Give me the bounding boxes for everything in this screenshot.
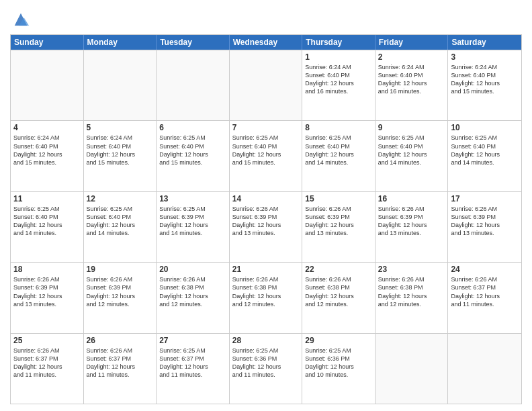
calendar-header-cell: Thursday [302, 35, 375, 50]
day-info: Sunrise: 6:25 AM Sunset: 6:40 PM Dayligh… [13, 205, 81, 238]
day-info: Sunrise: 6:26 AM Sunset: 6:39 PM Dayligh… [232, 205, 300, 238]
day-number: 26 [87, 336, 154, 345]
calendar-week-row: 11Sunrise: 6:25 AM Sunset: 6:40 PM Dayli… [11, 191, 521, 262]
day-number: 27 [159, 336, 226, 345]
calendar-cell-empty [157, 50, 230, 120]
calendar-header-cell: Tuesday [157, 35, 230, 50]
day-info: Sunrise: 6:25 AM Sunset: 6:40 PM Dayligh… [305, 134, 372, 167]
calendar-header-cell: Sunday [11, 35, 84, 50]
day-number: 7 [232, 123, 300, 132]
day-info: Sunrise: 6:26 AM Sunset: 6:39 PM Dayligh… [378, 205, 445, 238]
day-number: 18 [13, 265, 81, 274]
day-info: Sunrise: 6:26 AM Sunset: 6:39 PM Dayligh… [305, 205, 372, 238]
day-info: Sunrise: 6:26 AM Sunset: 6:38 PM Dayligh… [378, 275, 445, 308]
calendar-week-row: 4Sunrise: 6:24 AM Sunset: 6:40 PM Daylig… [11, 120, 521, 191]
day-number: 29 [305, 336, 372, 345]
calendar-week-row: 1Sunrise: 6:24 AM Sunset: 6:40 PM Daylig… [11, 50, 521, 120]
calendar-header-cell: Saturday [448, 35, 521, 50]
day-info: Sunrise: 6:26 AM Sunset: 6:39 PM Dayligh… [13, 275, 81, 308]
calendar-week-row: 18Sunrise: 6:26 AM Sunset: 6:39 PM Dayli… [11, 262, 521, 332]
calendar-cell-empty [448, 334, 521, 404]
day-number: 2 [378, 52, 445, 62]
day-number: 1 [305, 52, 372, 62]
calendar-cell: 5Sunrise: 6:24 AM Sunset: 6:40 PM Daylig… [84, 121, 157, 191]
calendar-cell: 14Sunrise: 6:26 AM Sunset: 6:39 PM Dayli… [230, 192, 303, 262]
day-info: Sunrise: 6:26 AM Sunset: 6:39 PM Dayligh… [87, 275, 154, 308]
calendar-cell: 17Sunrise: 6:26 AM Sunset: 6:39 PM Dayli… [448, 192, 521, 262]
day-number: 6 [159, 123, 226, 132]
calendar-cell: 10Sunrise: 6:25 AM Sunset: 6:40 PM Dayli… [448, 121, 521, 191]
day-info: Sunrise: 6:24 AM Sunset: 6:40 PM Dayligh… [378, 63, 445, 96]
day-number: 3 [451, 52, 519, 62]
calendar-cell: 20Sunrise: 6:26 AM Sunset: 6:38 PM Dayli… [157, 263, 230, 332]
calendar-cell: 15Sunrise: 6:26 AM Sunset: 6:39 PM Dayli… [302, 192, 375, 262]
day-number: 10 [451, 123, 519, 132]
day-info: Sunrise: 6:24 AM Sunset: 6:40 PM Dayligh… [87, 134, 154, 167]
calendar-week-row: 25Sunrise: 6:26 AM Sunset: 6:37 PM Dayli… [11, 333, 521, 404]
day-info: Sunrise: 6:25 AM Sunset: 6:40 PM Dayligh… [451, 134, 519, 167]
day-info: Sunrise: 6:25 AM Sunset: 6:37 PM Dayligh… [159, 347, 226, 379]
day-number: 8 [305, 123, 372, 132]
calendar-body: 1Sunrise: 6:24 AM Sunset: 6:40 PM Daylig… [11, 50, 521, 404]
day-info: Sunrise: 6:26 AM Sunset: 6:38 PM Dayligh… [159, 275, 226, 308]
day-info: Sunrise: 6:24 AM Sunset: 6:40 PM Dayligh… [451, 63, 519, 96]
day-number: 11 [13, 194, 81, 203]
day-info: Sunrise: 6:25 AM Sunset: 6:39 PM Dayligh… [159, 205, 226, 238]
day-number: 4 [13, 123, 81, 132]
day-info: Sunrise: 6:25 AM Sunset: 6:40 PM Dayligh… [87, 205, 154, 238]
calendar-cell: 9Sunrise: 6:25 AM Sunset: 6:40 PM Daylig… [375, 121, 449, 191]
calendar-cell-empty [11, 50, 84, 120]
calendar-cell-empty [84, 50, 157, 120]
day-number: 15 [305, 194, 372, 203]
day-info: Sunrise: 6:26 AM Sunset: 6:38 PM Dayligh… [305, 275, 372, 308]
logo-icon [11, 10, 30, 29]
day-info: Sunrise: 6:26 AM Sunset: 6:37 PM Dayligh… [87, 347, 154, 379]
calendar-cell-empty [230, 50, 303, 120]
calendar-header-row: SundayMondayTuesdayWednesdayThursdayFrid… [11, 35, 521, 50]
header [10, 10, 522, 29]
calendar-cell: 12Sunrise: 6:25 AM Sunset: 6:40 PM Dayli… [84, 192, 157, 262]
calendar: SundayMondayTuesdayWednesdayThursdayFrid… [10, 34, 522, 404]
day-number: 24 [451, 265, 519, 274]
day-info: Sunrise: 6:26 AM Sunset: 6:37 PM Dayligh… [451, 275, 519, 308]
day-info: Sunrise: 6:25 AM Sunset: 6:36 PM Dayligh… [305, 347, 372, 379]
day-number: 14 [232, 194, 300, 203]
day-number: 23 [378, 265, 445, 274]
day-info: Sunrise: 6:24 AM Sunset: 6:40 PM Dayligh… [13, 134, 81, 167]
calendar-header-cell: Friday [375, 35, 449, 50]
calendar-cell: 11Sunrise: 6:25 AM Sunset: 6:40 PM Dayli… [11, 192, 84, 262]
calendar-cell: 29Sunrise: 6:25 AM Sunset: 6:36 PM Dayli… [302, 334, 375, 404]
calendar-cell: 19Sunrise: 6:26 AM Sunset: 6:39 PM Dayli… [84, 263, 157, 332]
calendar-cell: 16Sunrise: 6:26 AM Sunset: 6:39 PM Dayli… [375, 192, 449, 262]
day-number: 20 [159, 265, 226, 274]
day-number: 19 [87, 265, 154, 274]
day-info: Sunrise: 6:25 AM Sunset: 6:40 PM Dayligh… [378, 134, 445, 167]
calendar-header-cell: Monday [84, 35, 157, 50]
calendar-cell: 4Sunrise: 6:24 AM Sunset: 6:40 PM Daylig… [11, 121, 84, 191]
calendar-cell: 21Sunrise: 6:26 AM Sunset: 6:38 PM Dayli… [230, 263, 303, 332]
day-info: Sunrise: 6:25 AM Sunset: 6:40 PM Dayligh… [159, 134, 226, 167]
day-number: 25 [13, 336, 81, 345]
calendar-cell: 18Sunrise: 6:26 AM Sunset: 6:39 PM Dayli… [11, 263, 84, 332]
day-info: Sunrise: 6:26 AM Sunset: 6:37 PM Dayligh… [13, 347, 81, 379]
calendar-cell: 25Sunrise: 6:26 AM Sunset: 6:37 PM Dayli… [11, 334, 84, 404]
calendar-cell: 22Sunrise: 6:26 AM Sunset: 6:38 PM Dayli… [302, 263, 375, 332]
calendar-cell: 6Sunrise: 6:25 AM Sunset: 6:40 PM Daylig… [157, 121, 230, 191]
calendar-cell: 2Sunrise: 6:24 AM Sunset: 6:40 PM Daylig… [375, 50, 449, 120]
day-number: 28 [232, 336, 300, 345]
day-info: Sunrise: 6:25 AM Sunset: 6:36 PM Dayligh… [232, 347, 300, 379]
page: SundayMondayTuesdayWednesdayThursdayFrid… [0, 0, 532, 411]
calendar-cell: 26Sunrise: 6:26 AM Sunset: 6:37 PM Dayli… [84, 334, 157, 404]
day-info: Sunrise: 6:24 AM Sunset: 6:40 PM Dayligh… [305, 63, 372, 96]
day-number: 16 [378, 194, 445, 203]
calendar-cell: 13Sunrise: 6:25 AM Sunset: 6:39 PM Dayli… [157, 192, 230, 262]
calendar-cell: 24Sunrise: 6:26 AM Sunset: 6:37 PM Dayli… [448, 263, 521, 332]
calendar-cell: 28Sunrise: 6:25 AM Sunset: 6:36 PM Dayli… [230, 334, 303, 404]
calendar-cell: 8Sunrise: 6:25 AM Sunset: 6:40 PM Daylig… [302, 121, 375, 191]
day-info: Sunrise: 6:25 AM Sunset: 6:40 PM Dayligh… [232, 134, 300, 167]
calendar-cell: 7Sunrise: 6:25 AM Sunset: 6:40 PM Daylig… [230, 121, 303, 191]
calendar-cell: 23Sunrise: 6:26 AM Sunset: 6:38 PM Dayli… [375, 263, 449, 332]
day-number: 21 [232, 265, 300, 274]
day-info: Sunrise: 6:26 AM Sunset: 6:39 PM Dayligh… [451, 205, 519, 238]
day-info: Sunrise: 6:26 AM Sunset: 6:38 PM Dayligh… [232, 275, 300, 308]
